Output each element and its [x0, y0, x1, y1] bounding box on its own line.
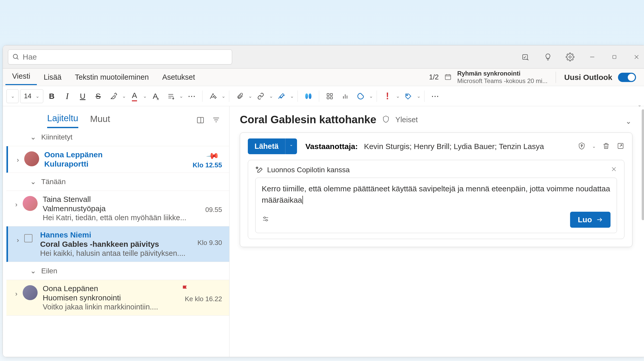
calendar-icon[interactable]	[444, 73, 452, 81]
divider	[556, 72, 556, 83]
message-item-selected[interactable]: › Hannes Niemi Coral Gables -hankkeen pä…	[6, 226, 229, 262]
menubar: Viesti Lisää Tekstin muotoileminen Asetu…	[3, 69, 644, 86]
message-subject: Coral Gables -hankkeen päivitys	[40, 240, 223, 249]
sync-block[interactable]: Ryhmän synkronointi Microsoft Teams -kok…	[457, 70, 547, 85]
loop-button[interactable]	[354, 89, 368, 103]
panel-icon[interactable]	[196, 116, 205, 125]
poll-button[interactable]	[338, 89, 352, 103]
strikethrough-button[interactable]: S	[91, 89, 105, 103]
copilot-input[interactable]: Kerro tiimille, että olemme päättäneet k…	[255, 178, 617, 233]
tag-button[interactable]	[401, 89, 415, 103]
message-item[interactable]: › Taina Stenvall Valmennustyöpaja Hei Ka…	[6, 191, 229, 226]
styles-button[interactable]	[206, 89, 220, 103]
attach-button[interactable]	[233, 89, 247, 103]
maximize-button[interactable]	[610, 52, 619, 62]
tab-options[interactable]: Asetukset	[156, 70, 202, 84]
svg-rect-15	[327, 93, 329, 95]
styles-dropdown[interactable]: ⌄	[222, 93, 225, 99]
message-preview: Hei kaikki, halusin antaa teille päivity…	[40, 249, 223, 258]
paragraph-button[interactable]	[164, 89, 178, 103]
copilot-title: Luonnos Copilotin kanssa	[267, 166, 350, 174]
attach-dropdown[interactable]: ⌄	[248, 93, 252, 99]
to-recipients[interactable]: Kevin Sturgis; Henry Brill; Lydia Bauer;…	[364, 142, 544, 151]
signature-dropdown[interactable]: ⌄	[290, 93, 294, 99]
subject-row: Coral Gablesin kattohanke Yleiset	[240, 113, 641, 126]
message-item[interactable]: › Oona Leppänen Kuluraportti 📌 Klo 12.55	[6, 146, 229, 173]
close-icon[interactable]	[611, 166, 617, 174]
send-dropdown[interactable]: ⌄	[285, 138, 297, 154]
minimize-button[interactable]	[588, 52, 597, 62]
scrollbar[interactable]	[642, 109, 644, 220]
loop-dropdown[interactable]: ⌄	[369, 93, 373, 99]
list-header: Lajiteltu Muut	[6, 106, 229, 128]
tag-dropdown[interactable]: ⌄	[417, 93, 421, 99]
expand-chevron-icon[interactable]: ›	[17, 231, 19, 258]
font-color-button[interactable]: A	[128, 89, 141, 103]
importance-dropdown[interactable]: ⌄	[396, 93, 400, 99]
svg-rect-5	[613, 55, 616, 59]
search-input[interactable]	[23, 53, 228, 61]
tab-format[interactable]: Tekstin muotoileminen	[68, 70, 156, 84]
filter-icon[interactable]	[212, 116, 220, 125]
message-preview: Hei Katri, tiedän, että olen myöhään lii…	[43, 214, 223, 222]
tab-insert[interactable]: Lisää	[37, 70, 68, 84]
section-yesterday[interactable]: ⌄Eilen	[6, 262, 229, 280]
create-button[interactable]: Luo	[570, 212, 611, 228]
bold-button[interactable]: B	[45, 89, 59, 103]
tab-message[interactable]: Viesti	[5, 69, 37, 85]
section-today[interactable]: ⌄Tänään	[6, 173, 229, 191]
category-label: Yleiset	[395, 116, 418, 124]
more-format-button[interactable]: ⋯	[185, 89, 199, 103]
meet-now-icon[interactable]	[521, 52, 530, 62]
titlebar	[3, 45, 644, 69]
flag-icon	[181, 285, 189, 294]
font-family-combo[interactable]: ⌄	[6, 89, 19, 103]
clear-format-button[interactable]: A✕	[148, 89, 162, 103]
italic-button[interactable]: I	[60, 89, 74, 103]
expand-chevron-icon[interactable]: ›	[15, 284, 18, 311]
collapse-icon[interactable]: ⌄	[625, 117, 631, 126]
svg-rect-8	[445, 75, 451, 79]
message-item[interactable]: › Oona Leppänen Huomisen synkronointi Vo…	[6, 280, 229, 316]
tips-icon[interactable]	[543, 52, 553, 62]
link-button[interactable]	[254, 89, 268, 103]
new-outlook-toggle[interactable]	[618, 73, 636, 82]
underline-button[interactable]: U	[76, 89, 90, 103]
link-dropdown[interactable]: ⌄	[269, 93, 273, 99]
message-time: Ke klo 16.22	[185, 295, 222, 303]
delete-icon[interactable]	[602, 142, 610, 151]
adjust-icon[interactable]	[262, 215, 269, 225]
paragraph-dropdown[interactable]: ⌄	[179, 93, 183, 99]
expand-chevron-icon[interactable]: ›	[17, 150, 19, 168]
importance-button[interactable]: !	[380, 89, 394, 103]
copilot-prompt-text: Kerro tiimille, että olemme päättäneet k…	[262, 183, 611, 206]
font-size-combo[interactable]: 14⌄	[20, 89, 43, 103]
message-checkbox[interactable]	[24, 234, 32, 242]
tab-sorted[interactable]: Lajiteltu	[47, 113, 78, 128]
signature-button[interactable]	[275, 89, 289, 103]
search-icon	[12, 53, 20, 61]
close-button[interactable]	[632, 52, 641, 62]
tab-other[interactable]: Muut	[90, 114, 110, 128]
apps-button[interactable]	[323, 89, 337, 103]
send-button[interactable]: Lähetä	[248, 138, 285, 154]
message-from: Hannes Niemi	[40, 231, 223, 239]
settings-icon[interactable]	[565, 52, 575, 62]
highlight-button[interactable]	[107, 89, 121, 103]
section-pinned[interactable]: ⌄Kiinnitetyt	[6, 128, 229, 146]
search-box[interactable]	[8, 50, 232, 64]
chevron-down-icon[interactable]: ⌄	[592, 144, 596, 149]
more-toolbar-button[interactable]: ⋯	[428, 89, 442, 103]
new-outlook-label: Uusi Outlook	[564, 73, 612, 82]
svg-rect-23	[197, 117, 204, 123]
message-from: Oona Leppänen	[44, 150, 223, 159]
encryption-icon[interactable]: ?	[578, 142, 586, 151]
email-subject: Coral Gablesin kattohanke	[240, 113, 376, 126]
expand-chevron-icon[interactable]: ›	[15, 195, 18, 222]
popout-icon[interactable]	[617, 142, 624, 151]
highlight-dropdown[interactable]: ⌄	[122, 93, 126, 99]
format-toolbar: ⌄ 14⌄ B I U S ⌄ A⌄ A✕ ⌄ ⋯ ⌄ ⌄ ⌄ ⌄ ⌄ !⌄ ⌄…	[3, 86, 644, 106]
shield-icon[interactable]	[382, 115, 390, 124]
copilot-button[interactable]	[301, 89, 315, 103]
font-color-dropdown[interactable]: ⌄	[143, 93, 147, 99]
